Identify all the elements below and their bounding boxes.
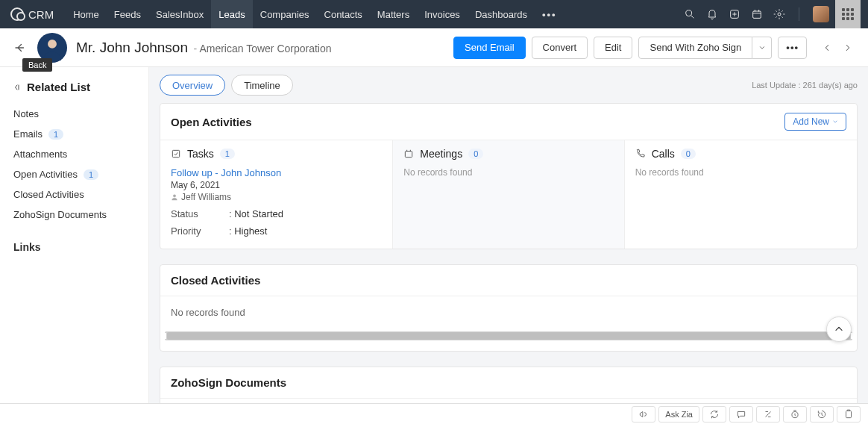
lead-company: American Tower Corporation: [194, 43, 332, 54]
svg-point-4: [48, 39, 57, 48]
lead-name: Mr. John Johnson: [76, 40, 188, 55]
meetings-column: Meetings 0 No records found: [392, 140, 624, 249]
sidebar-title: Related List: [27, 81, 90, 93]
nav-contacts[interactable]: Contacts: [317, 0, 370, 28]
main-content: Overview Timeline Last Update : 261 day(…: [149, 67, 868, 424]
nav-feeds[interactable]: Feeds: [107, 0, 148, 28]
back-button[interactable]: [12, 40, 28, 56]
sidebar-item-zohosign[interactable]: ZohoSign Documents: [13, 205, 135, 225]
calls-label: Calls: [652, 148, 675, 160]
more-actions-button[interactable]: •••: [778, 37, 807, 59]
footer-chat[interactable]: [729, 406, 753, 423]
nav-companies[interactable]: Companies: [253, 0, 317, 28]
search-icon[interactable]: [684, 8, 696, 20]
sidebar-item-closed-activities[interactable]: Closed Activities: [13, 184, 135, 205]
horizontal-scrollbar[interactable]: [165, 331, 852, 340]
task-owner: Jeff Williams: [171, 192, 382, 202]
calls-count: 0: [681, 149, 696, 159]
nav-salesinbox[interactable]: SalesInbox: [148, 0, 211, 28]
tab-timeline[interactable]: Timeline: [231, 75, 293, 96]
nav-invoices[interactable]: Invoices: [417, 0, 468, 28]
footer-clipboard[interactable]: [837, 406, 861, 423]
nav-matters[interactable]: Matters: [370, 0, 417, 28]
convert-button[interactable]: Convert: [532, 37, 588, 59]
call-icon: [635, 149, 646, 159]
sidebar-item-label: ZohoSign Documents: [13, 209, 107, 220]
task-link[interactable]: Follow up - John Johnson: [171, 167, 382, 178]
last-update: Last Update : 261 day(s) ago: [752, 81, 858, 90]
sidebar-links-title: Links: [13, 241, 135, 253]
sidebar-item-attachments[interactable]: Attachments: [13, 144, 135, 164]
sidebar-item-label: Open Activities: [13, 169, 78, 180]
meetings-label: Meetings: [420, 148, 462, 160]
brand-name: CRM: [28, 8, 54, 21]
svg-rect-7: [406, 152, 412, 158]
nav-dashboards[interactable]: Dashboards: [468, 0, 535, 28]
footer-sync[interactable]: [702, 406, 726, 423]
open-activities-card: Open Activities Add New Tasks 1 Follow u…: [160, 103, 858, 249]
related-list-sidebar: Related List Notes Emails1 Attachments O…: [0, 67, 149, 424]
user-avatar[interactable]: [813, 6, 829, 22]
send-sign-caret[interactable]: [752, 37, 772, 59]
app-switcher-icon[interactable]: [835, 0, 861, 28]
tasks-column: Tasks 1 Follow up - John Johnson May 6, …: [160, 140, 392, 249]
footer-reminder[interactable]: [783, 406, 807, 423]
footer-bar: Ask Zia: [0, 403, 868, 424]
svg-rect-5: [172, 150, 179, 157]
calls-column: Calls 0 No records found: [625, 140, 857, 249]
calendar-icon[interactable]: [751, 8, 763, 20]
add-new-activity-button[interactable]: Add New: [784, 113, 846, 131]
svg-rect-9: [846, 411, 852, 417]
sidebar-item-emails[interactable]: Emails1: [13, 124, 135, 144]
sidebar-item-label: Emails: [13, 128, 43, 140]
nav-leads[interactable]: Leads: [211, 0, 252, 28]
zohosign-title: ZohoSign Documents: [171, 376, 286, 389]
add-icon[interactable]: [729, 8, 740, 20]
meetings-empty: No records found: [403, 167, 613, 178]
nav-home[interactable]: Home: [66, 0, 107, 28]
meetings-count: 0: [468, 149, 483, 159]
send-email-button[interactable]: Send Email: [453, 37, 525, 59]
send-sign-button[interactable]: Send With Zoho Sign: [638, 37, 752, 59]
task-icon: [171, 149, 181, 159]
sidebar-item-label: Notes: [13, 108, 39, 119]
tasks-label: Tasks: [187, 148, 214, 160]
chevron-down-icon: [832, 119, 838, 125]
add-new-label: Add New: [793, 116, 829, 127]
svg-point-0: [686, 10, 692, 16]
scroll-top-button[interactable]: [826, 317, 852, 342]
svg-point-3: [778, 13, 781, 16]
brand-logo-icon: [10, 7, 24, 21]
task-owner-name: Jeff Williams: [181, 192, 231, 202]
sidebar-badge: 1: [84, 169, 98, 180]
prev-record-button[interactable]: [819, 40, 835, 56]
settings-icon[interactable]: [773, 8, 785, 20]
priority-label: Priority: [171, 225, 229, 237]
sidebar-badge: 1: [48, 129, 63, 140]
footer-ask-zia[interactable]: Ask Zia: [658, 406, 699, 423]
footer-zia[interactable]: [756, 406, 780, 423]
record-pager: [819, 40, 856, 56]
record-header: Mr. John Johnson American Tower Corporat…: [0, 28, 868, 67]
svg-point-6: [173, 195, 175, 197]
calls-empty: No records found: [635, 167, 846, 178]
brand[interactable]: CRM: [10, 7, 54, 21]
bell-icon[interactable]: [706, 8, 718, 20]
footer-announce[interactable]: [632, 406, 655, 423]
open-activities-title: Open Activities: [171, 116, 252, 128]
tab-overview[interactable]: Overview: [160, 75, 225, 96]
nav-more[interactable]: •••: [535, 0, 564, 28]
closed-activities-card: Closed Activities No records found: [160, 264, 858, 352]
sidebar-item-label: Closed Activities: [13, 189, 84, 200]
sidebar-item-notes[interactable]: Notes: [13, 104, 135, 124]
closed-activities-empty: No records found: [171, 307, 846, 318]
edit-button[interactable]: Edit: [594, 37, 632, 59]
meeting-icon: [403, 149, 414, 159]
next-record-button[interactable]: [840, 40, 856, 56]
footer-history[interactable]: [810, 406, 834, 423]
svg-rect-2: [753, 11, 761, 18]
sidebar-item-open-activities[interactable]: Open Activities1: [13, 164, 135, 184]
tasks-count: 1: [220, 149, 235, 159]
collapse-icon[interactable]: [13, 83, 22, 92]
priority-value: Highest: [229, 225, 267, 237]
